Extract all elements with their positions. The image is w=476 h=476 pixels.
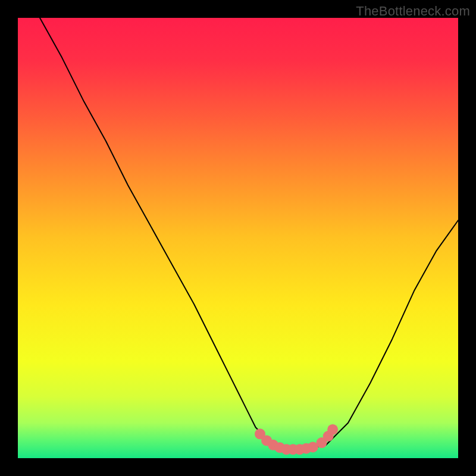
chart-frame: TheBottleneck.com [0, 0, 476, 476]
plot-area [18, 18, 458, 458]
marker-dot [327, 424, 338, 435]
watermark-text: TheBottleneck.com [356, 4, 470, 19]
highlighted-range-markers [18, 18, 458, 458]
